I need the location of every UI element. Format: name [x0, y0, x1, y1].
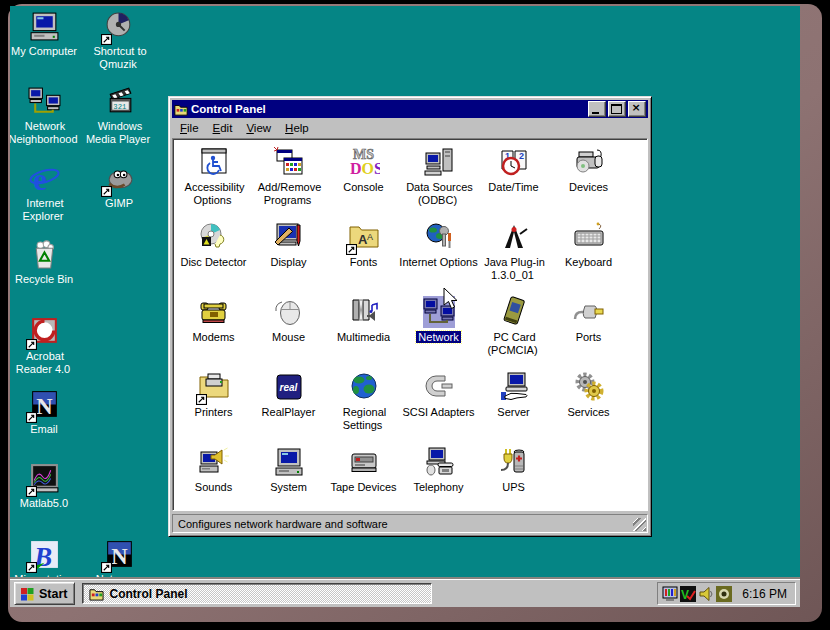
shortcut-arrow-icon	[26, 486, 37, 497]
internet-options-icon	[423, 221, 455, 253]
cp-item-keyboard[interactable]: Keyboard	[551, 221, 626, 296]
modems-phone-icon	[198, 296, 230, 328]
minimize-icon	[592, 112, 599, 114]
devices-icon	[573, 146, 605, 178]
sounds-icon	[198, 446, 230, 478]
java-duke-icon	[498, 221, 530, 253]
resize-grip[interactable]	[633, 518, 646, 531]
cp-item-system[interactable]: System	[251, 446, 326, 511]
cp-item-disc-detector[interactable]: Disc Detector	[176, 221, 251, 296]
cp-item-java-plugin[interactable]: Java Plug-in 1.3.0_01	[476, 221, 551, 296]
desktop-icon-network-neighborhood[interactable]: Network Neighborhood	[10, 85, 83, 146]
recycle-bin-icon	[28, 238, 61, 271]
data-sources-icon	[423, 146, 455, 178]
add-remove-icon	[273, 146, 305, 178]
cp-item-mouse[interactable]: Mouse	[251, 296, 326, 371]
menu-view[interactable]: View	[239, 120, 278, 136]
status-bar: Configures network hardware and software	[172, 514, 648, 533]
cp-item-regional-settings[interactable]: Regional Settings	[326, 371, 401, 446]
cp-item-printers[interactable]: Printers	[176, 371, 251, 446]
desktop-icon-my-computer[interactable]: My Computer	[10, 10, 83, 58]
cp-item-modems[interactable]: Modems	[176, 296, 251, 371]
realplayer-icon	[273, 371, 305, 403]
desktop-icon-recycle-bin[interactable]: Recycle Bin	[10, 238, 83, 286]
keyboard-icon	[573, 221, 605, 253]
tape-devices-icon	[348, 446, 380, 478]
menu-edit[interactable]: Edit	[206, 120, 240, 136]
desktop-icon-matlab[interactable]: Matlab5.0	[10, 462, 83, 510]
date-time-icon	[498, 146, 530, 178]
cp-item-multimedia[interactable]: Multimedia	[326, 296, 401, 371]
titlebar[interactable]: Control Panel ×	[172, 100, 648, 118]
server-icon	[498, 371, 530, 403]
cp-item-ports[interactable]: Ports	[551, 296, 626, 371]
menu-help[interactable]: Help	[278, 120, 316, 136]
desktop: My Computer Shortcut to Qmuzik Network N…	[10, 6, 800, 607]
shortcut-arrow-icon	[26, 339, 37, 350]
network-neighborhood-icon	[28, 85, 61, 118]
cp-item-console[interactable]: Console	[326, 146, 401, 221]
cp-item-realplayer[interactable]: RealPlayer	[251, 371, 326, 446]
start-label: Start	[39, 587, 67, 601]
shortcut-arrow-icon	[26, 562, 37, 573]
ms-dos-icon	[348, 146, 380, 178]
cp-item-internet-options[interactable]: Internet Options	[401, 221, 476, 296]
shortcut-arrow-icon	[101, 34, 112, 45]
desktop-icon-acrobat[interactable]: Acrobat Reader 4.0	[10, 315, 83, 376]
ups-icon	[498, 446, 530, 478]
taskbar: Start Control Panel 6:16 PM	[10, 579, 800, 607]
desktop-icon-media-player[interactable]: Windows Media Player	[80, 85, 158, 146]
cp-item-date-time[interactable]: Date/Time	[476, 146, 551, 221]
desktop-icon-email[interactable]: Email	[10, 388, 83, 436]
shortcut-arrow-icon	[346, 244, 357, 255]
close-button[interactable]: ×	[628, 101, 646, 117]
shortcut-arrow-icon	[26, 412, 37, 423]
shortcut-arrow-icon	[101, 562, 112, 573]
menubar: File Edit View Help	[172, 118, 648, 137]
desktop-icon-qmuzik[interactable]: Shortcut to Qmuzik	[80, 10, 158, 71]
menu-file[interactable]: File	[173, 120, 206, 136]
desktop-icon-gimp[interactable]: GIMP	[80, 162, 158, 210]
cp-item-fonts[interactable]: Fonts	[326, 221, 401, 296]
cp-item-devices[interactable]: Devices	[551, 146, 626, 221]
display-settings-icon[interactable]	[662, 586, 678, 602]
system-icon	[273, 446, 305, 478]
internet-explorer-icon	[28, 162, 61, 195]
icon-list-view: Accessibility Options Add/Remove Program…	[172, 138, 648, 511]
cp-item-accessibility-options[interactable]: Accessibility Options	[176, 146, 251, 221]
volume-icon[interactable]	[698, 586, 714, 602]
shortcut-arrow-icon	[196, 394, 207, 405]
cp-item-telephony[interactable]: Telephony	[401, 446, 476, 511]
windows-logo-icon	[19, 586, 35, 602]
cp-item-services[interactable]: Services	[551, 371, 626, 446]
telephony-icon	[423, 446, 455, 478]
control-panel-folder-icon	[89, 586, 104, 601]
cp-item-ups[interactable]: UPS	[476, 446, 551, 511]
cp-item-tape-devices[interactable]: Tape Devices	[326, 446, 401, 511]
desktop-icon-internet-explorer[interactable]: Internet Explorer	[10, 162, 83, 223]
cp-item-server[interactable]: Server	[476, 371, 551, 446]
cp-item-scsi-adapters[interactable]: SCSI Adapters	[401, 371, 476, 446]
cp-item-display[interactable]: Display	[251, 221, 326, 296]
mouse-icon	[273, 296, 305, 328]
taskbar-button-control-panel[interactable]: Control Panel	[82, 583, 432, 604]
cp-item-add-remove-programs[interactable]: Add/Remove Programs	[251, 146, 326, 221]
multimedia-icon	[348, 296, 380, 328]
minimize-button[interactable]	[588, 101, 606, 117]
control-panel-folder-icon	[174, 102, 188, 116]
maximize-button[interactable]	[608, 101, 626, 117]
media-player-icon	[103, 85, 136, 118]
task-label: Control Panel	[109, 587, 187, 601]
taskbar-clock: 6:16 PM	[742, 587, 787, 601]
cp-item-pc-card[interactable]: PC Card (PCMCIA)	[476, 296, 551, 371]
cp-item-sounds[interactable]: Sounds	[176, 446, 251, 511]
start-button[interactable]: Start	[14, 582, 75, 605]
pc-card-icon	[498, 296, 530, 328]
virus-shield-icon[interactable]	[680, 586, 696, 602]
accessibility-icon	[198, 146, 230, 178]
ports-icon	[573, 296, 605, 328]
nvidia-icon[interactable]	[716, 586, 732, 602]
cp-item-data-sources[interactable]: Data Sources (ODBC)	[401, 146, 476, 221]
globe-icon	[348, 371, 380, 403]
cp-item-network[interactable]: Network	[401, 296, 476, 371]
